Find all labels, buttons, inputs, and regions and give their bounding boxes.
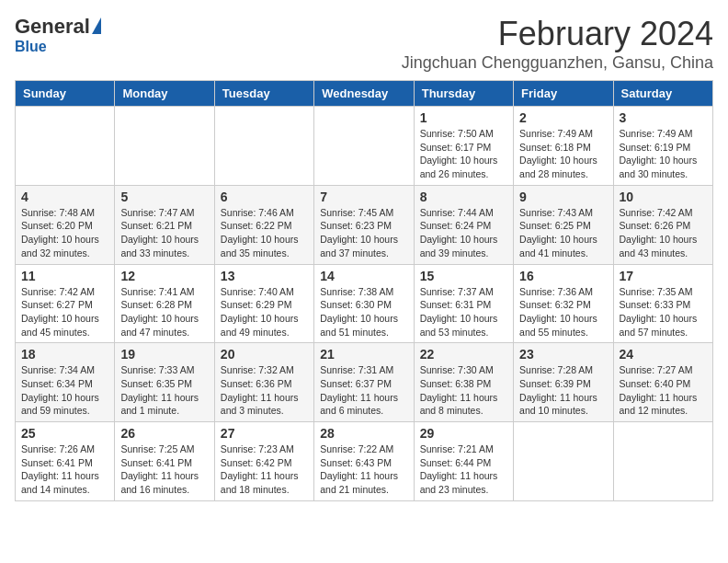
main-title: February 2024 xyxy=(402,15,713,53)
calendar-week-row: 18Sunrise: 7:34 AMSunset: 6:34 PMDayligh… xyxy=(16,343,713,422)
calendar-cell: 27Sunrise: 7:23 AMSunset: 6:42 PMDayligh… xyxy=(214,422,313,501)
calendar-cell: 28Sunrise: 7:22 AMSunset: 6:43 PMDayligh… xyxy=(314,422,414,501)
day-number: 6 xyxy=(221,190,308,204)
calendar-cell: 24Sunrise: 7:27 AMSunset: 6:40 PMDayligh… xyxy=(613,343,712,422)
day-number: 27 xyxy=(221,426,308,441)
calendar-cell: 5Sunrise: 7:47 AMSunset: 6:21 PMDaylight… xyxy=(115,185,214,264)
logo-blue-text: Blue xyxy=(15,39,47,55)
calendar-header-row: SundayMondayTuesdayWednesdayThursdayFrid… xyxy=(16,81,713,107)
logo-triangle-icon xyxy=(92,17,101,34)
day-info: Sunrise: 7:32 AMSunset: 6:36 PMDaylight:… xyxy=(221,363,308,418)
calendar-cell: 8Sunrise: 7:44 AMSunset: 6:24 PMDaylight… xyxy=(414,185,513,264)
calendar-week-row: 25Sunrise: 7:26 AMSunset: 6:41 PMDayligh… xyxy=(16,422,713,501)
day-number: 9 xyxy=(519,190,607,204)
day-info: Sunrise: 7:33 AMSunset: 6:35 PMDaylight:… xyxy=(120,363,208,418)
day-number: 19 xyxy=(120,347,208,362)
calendar-cell: 17Sunrise: 7:35 AMSunset: 6:33 PMDayligh… xyxy=(613,264,712,343)
day-info: Sunrise: 7:37 AMSunset: 6:31 PMDaylight:… xyxy=(420,285,507,339)
calendar-cell: 22Sunrise: 7:30 AMSunset: 6:38 PMDayligh… xyxy=(414,343,513,422)
calendar-cell xyxy=(314,107,414,186)
calendar-cell: 15Sunrise: 7:37 AMSunset: 6:31 PMDayligh… xyxy=(414,264,513,343)
day-info: Sunrise: 7:36 AMSunset: 6:32 PMDaylight:… xyxy=(519,285,607,339)
day-number: 25 xyxy=(21,426,108,441)
day-info: Sunrise: 7:42 AMSunset: 6:26 PMDaylight:… xyxy=(620,206,707,260)
day-number: 8 xyxy=(420,190,507,204)
day-info: Sunrise: 7:48 AMSunset: 6:20 PMDaylight:… xyxy=(21,206,108,260)
logo-general-text: General xyxy=(15,15,90,39)
weekday-header: Wednesday xyxy=(314,81,414,107)
calendar-cell: 3Sunrise: 7:49 AMSunset: 6:19 PMDaylight… xyxy=(613,107,712,186)
day-number: 24 xyxy=(620,347,707,362)
day-info: Sunrise: 7:47 AMSunset: 6:21 PMDaylight:… xyxy=(120,206,208,260)
calendar-cell: 26Sunrise: 7:25 AMSunset: 6:41 PMDayligh… xyxy=(115,422,214,501)
calendar-cell: 12Sunrise: 7:41 AMSunset: 6:28 PMDayligh… xyxy=(115,264,214,343)
calendar-week-row: 4Sunrise: 7:48 AMSunset: 6:20 PMDaylight… xyxy=(16,185,713,264)
calendar-cell: 25Sunrise: 7:26 AMSunset: 6:41 PMDayligh… xyxy=(16,422,115,501)
day-number: 12 xyxy=(120,269,208,283)
day-info: Sunrise: 7:44 AMSunset: 6:24 PMDaylight:… xyxy=(420,206,507,260)
day-info: Sunrise: 7:28 AMSunset: 6:39 PMDaylight:… xyxy=(519,363,607,418)
day-info: Sunrise: 7:43 AMSunset: 6:25 PMDaylight:… xyxy=(519,206,607,260)
day-info: Sunrise: 7:34 AMSunset: 6:34 PMDaylight:… xyxy=(21,363,108,418)
day-number: 4 xyxy=(21,190,108,204)
calendar-cell: 29Sunrise: 7:21 AMSunset: 6:44 PMDayligh… xyxy=(414,422,513,501)
day-info: Sunrise: 7:35 AMSunset: 6:33 PMDaylight:… xyxy=(620,285,707,339)
calendar-cell: 11Sunrise: 7:42 AMSunset: 6:27 PMDayligh… xyxy=(16,264,115,343)
day-info: Sunrise: 7:27 AMSunset: 6:40 PMDaylight:… xyxy=(620,363,707,418)
calendar-cell xyxy=(514,422,613,501)
day-number: 5 xyxy=(120,190,208,204)
day-info: Sunrise: 7:49 AMSunset: 6:19 PMDaylight:… xyxy=(620,127,707,181)
calendar-cell: 7Sunrise: 7:45 AMSunset: 6:23 PMDaylight… xyxy=(314,185,414,264)
calendar-cell: 1Sunrise: 7:50 AMSunset: 6:17 PMDaylight… xyxy=(414,107,513,186)
calendar-cell: 4Sunrise: 7:48 AMSunset: 6:20 PMDaylight… xyxy=(16,185,115,264)
weekday-header: Saturday xyxy=(613,81,712,107)
calendar-table: SundayMondayTuesdayWednesdayThursdayFrid… xyxy=(15,80,713,501)
calendar-week-row: 1Sunrise: 7:50 AMSunset: 6:17 PMDaylight… xyxy=(16,107,713,186)
day-number: 11 xyxy=(21,269,108,283)
calendar-cell: 9Sunrise: 7:43 AMSunset: 6:25 PMDaylight… xyxy=(514,185,613,264)
calendar-cell: 19Sunrise: 7:33 AMSunset: 6:35 PMDayligh… xyxy=(115,343,214,422)
weekday-header: Sunday xyxy=(16,81,115,107)
day-number: 23 xyxy=(519,347,607,362)
day-info: Sunrise: 7:26 AMSunset: 6:41 PMDaylight:… xyxy=(21,442,108,497)
calendar-cell xyxy=(214,107,313,186)
day-number: 18 xyxy=(21,347,108,362)
day-info: Sunrise: 7:31 AMSunset: 6:37 PMDaylight:… xyxy=(320,363,407,418)
logo: General Blue xyxy=(15,15,101,55)
calendar-cell: 14Sunrise: 7:38 AMSunset: 6:30 PMDayligh… xyxy=(314,264,414,343)
calendar-cell: 10Sunrise: 7:42 AMSunset: 6:26 PMDayligh… xyxy=(613,185,712,264)
calendar-cell: 2Sunrise: 7:49 AMSunset: 6:18 PMDaylight… xyxy=(514,107,613,186)
day-info: Sunrise: 7:42 AMSunset: 6:27 PMDaylight:… xyxy=(21,285,108,339)
calendar-cell: 23Sunrise: 7:28 AMSunset: 6:39 PMDayligh… xyxy=(514,343,613,422)
calendar-cell: 20Sunrise: 7:32 AMSunset: 6:36 PMDayligh… xyxy=(214,343,313,422)
day-info: Sunrise: 7:38 AMSunset: 6:30 PMDaylight:… xyxy=(320,285,407,339)
day-number: 14 xyxy=(320,269,407,283)
day-number: 15 xyxy=(420,269,507,283)
subtitle: Jingchuan Chengguanzhen, Gansu, China xyxy=(402,53,713,73)
day-number: 1 xyxy=(420,110,507,125)
day-number: 28 xyxy=(320,426,407,441)
day-number: 16 xyxy=(519,269,607,283)
weekday-header: Friday xyxy=(514,81,613,107)
calendar-cell: 13Sunrise: 7:40 AMSunset: 6:29 PMDayligh… xyxy=(214,264,313,343)
day-number: 26 xyxy=(120,426,208,441)
day-number: 3 xyxy=(620,110,707,125)
day-info: Sunrise: 7:22 AMSunset: 6:43 PMDaylight:… xyxy=(320,442,407,497)
day-info: Sunrise: 7:30 AMSunset: 6:38 PMDaylight:… xyxy=(420,363,507,418)
calendar-cell: 21Sunrise: 7:31 AMSunset: 6:37 PMDayligh… xyxy=(314,343,414,422)
day-number: 22 xyxy=(420,347,507,362)
day-info: Sunrise: 7:49 AMSunset: 6:18 PMDaylight:… xyxy=(519,127,607,181)
day-number: 20 xyxy=(221,347,308,362)
calendar-cell xyxy=(613,422,712,501)
title-block: February 2024 Jingchuan Chengguanzhen, G… xyxy=(402,15,713,73)
calendar-cell: 18Sunrise: 7:34 AMSunset: 6:34 PMDayligh… xyxy=(16,343,115,422)
day-info: Sunrise: 7:23 AMSunset: 6:42 PMDaylight:… xyxy=(221,442,308,497)
day-info: Sunrise: 7:41 AMSunset: 6:28 PMDaylight:… xyxy=(120,285,208,339)
day-number: 29 xyxy=(420,426,507,441)
day-info: Sunrise: 7:40 AMSunset: 6:29 PMDaylight:… xyxy=(221,285,308,339)
calendar-week-row: 11Sunrise: 7:42 AMSunset: 6:27 PMDayligh… xyxy=(16,264,713,343)
day-info: Sunrise: 7:25 AMSunset: 6:41 PMDaylight:… xyxy=(120,442,208,497)
weekday-header: Tuesday xyxy=(214,81,313,107)
day-number: 21 xyxy=(320,347,407,362)
page-header: General Blue February 2024 Jingchuan Che… xyxy=(15,15,713,73)
